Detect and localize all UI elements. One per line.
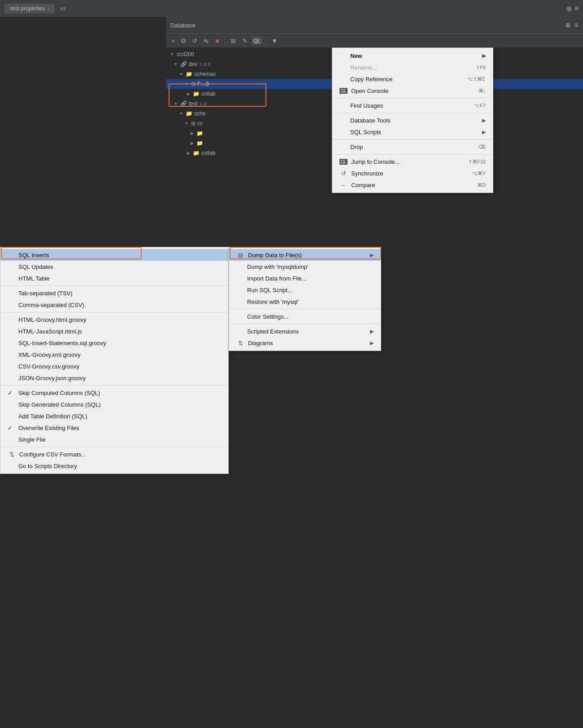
csv-groovy-label: CSV-Groovy.csv.groovy (18, 363, 79, 370)
sync-button[interactable]: ⇆ (202, 36, 211, 45)
drop-label: Drop (350, 144, 363, 150)
menu-item-dump-mysqldump[interactable]: Dump with 'mysqldump' (229, 261, 381, 272)
close-icon[interactable]: × (48, 6, 50, 11)
db-menu-icon[interactable]: ≡ (574, 21, 579, 29)
menu-item-tsv[interactable]: Tab-separated (TSV) (0, 287, 228, 299)
menu-item-diagrams[interactable]: ⇅ Diagrams ▶ (229, 337, 381, 349)
menu-item-open-console[interactable]: QL Open Console ⌘↓ (332, 85, 493, 96)
jump-console-shortcut: ⇧⌘F10 (468, 159, 486, 165)
overwrite-files-check: ✓ (8, 425, 15, 431)
menu-item-compare[interactable]: ← Compare ⌘D (332, 179, 493, 191)
dump-data-icon: ▤ (236, 252, 244, 259)
menu-item-copy-ref[interactable]: Copy Reference ⌥⇧⌘C (332, 73, 493, 85)
rename-label: Rename... (350, 64, 377, 71)
globe-icon[interactable]: ⊕ (566, 4, 572, 13)
menu-item-csv-groovy[interactable]: CSV-Groovy.csv.groovy (0, 360, 228, 372)
json-groovy-label: JSON-Groovy.json.groovy (18, 375, 86, 382)
dev-icon: 🔗 (180, 61, 187, 67)
menu-item-run-sql[interactable]: Run SQL Script... (229, 284, 381, 296)
menu-item-restore-mysql[interactable]: Restore with 'mysql' (229, 296, 381, 307)
sep2 (332, 113, 493, 113)
menu-item-go-to-scripts[interactable]: Go to Scripts Directory (0, 460, 228, 472)
refresh-button[interactable]: ↺ (190, 36, 199, 45)
file-tab[interactable]: -test.properties × (4, 4, 55, 13)
synchronize-label: Synchronize (351, 170, 383, 177)
menu-item-new[interactable]: New ▶ (332, 50, 493, 61)
scripted-ext-arrow: ▶ (370, 329, 374, 334)
menu-item-single-file[interactable]: Single File (0, 434, 228, 445)
sql-updates-label: SQL Updates (18, 263, 53, 270)
configure-csv-icon: ⇅ (8, 451, 16, 458)
skip-generated-label: Skip Generated Columns (SQL) (18, 401, 101, 408)
left-sep2 (0, 312, 228, 312)
rename-shortcut: ⇧F6 (476, 65, 486, 70)
dump-mysqldump-label: Dump with 'mysqldump' (247, 263, 308, 270)
menu-item-find-usages[interactable]: Find Usages ⌥F7 (332, 100, 493, 111)
database-header: Database ⊕ ≡ (166, 17, 583, 33)
new-label: New (350, 53, 362, 59)
db-header-icons: ⊕ ≡ (565, 21, 579, 29)
menu-item-add-table-def[interactable]: Add Table Definition (SQL) (0, 410, 228, 422)
menu-item-sql-updates[interactable]: SQL Updates (0, 261, 228, 272)
overwrite-files-label: Overwrite Existing Files (18, 425, 79, 431)
grid-button[interactable]: ⊞ (229, 36, 238, 45)
menu-item-html-groovy[interactable]: HTML-Groovy.html.groovy (0, 314, 228, 325)
dev-badge: 1 of 8 (199, 62, 210, 67)
open-console-label: Open Console (351, 88, 388, 94)
diagrams-label: Diagrams (248, 340, 273, 346)
stop-button[interactable]: ■ (213, 36, 221, 45)
menu-item-rename[interactable]: Rename... ⇧F6 (332, 61, 493, 73)
db-toolbar: + ⧉ ↺ ⇆ ■ ⊞ ✎ QL ▼ (166, 33, 583, 48)
go-to-scripts-label: Go to Scripts Directory (18, 463, 77, 469)
left-sep1 (0, 285, 228, 286)
menu-item-sql-inserts[interactable]: SQL Inserts (0, 249, 228, 261)
menu-item-synchronize[interactable]: ↺ Synchronize ⌥⌘Y (332, 167, 493, 179)
menu-item-skip-generated[interactable]: Skip Generated Columns (SQL) (0, 399, 228, 410)
new-arrow: ▶ (482, 53, 486, 59)
menu-item-skip-computed[interactable]: ✓ Skip Computed Columns (SQL) (0, 387, 228, 399)
html-groovy-label: HTML-Groovy.html.groovy (18, 316, 86, 323)
db-globe-icon[interactable]: ⊕ (565, 21, 571, 29)
menu-item-scripted-ext[interactable]: Scripted Extensions ▶ (229, 325, 381, 337)
xml-groovy-label: XML-Groovy.xml.groovy (18, 351, 80, 358)
menu-item-html-table[interactable]: HTML Table (0, 272, 228, 284)
dump-submenu: ▤ Dump Data to File(s) ▶ Dump with 'mysq… (229, 247, 381, 351)
top-bar: -test.properties × ≡3 ⊕ ≡ (0, 0, 583, 17)
menu-item-overwrite-files[interactable]: ✓ Overwrite Existing Files (0, 422, 228, 434)
compare-shortcut: ⌘D (477, 182, 486, 188)
collab2-arrow: ▶ (186, 151, 191, 155)
tsv-label: Tab-separated (TSV) (18, 290, 73, 297)
menu-icon[interactable]: ≡ (574, 4, 579, 13)
schemas-label: schemas (194, 71, 216, 77)
edit-button[interactable]: ✎ (240, 36, 249, 45)
menu-item-csv[interactable]: Comma-separated (CSV) (0, 299, 228, 311)
menu-item-sql-scripts[interactable]: SQL Scripts ▶ (332, 126, 493, 138)
restore-mysql-label: Restore with 'mysql' (247, 298, 299, 305)
menu-item-json-groovy[interactable]: JSON-Groovy.json.groovy (0, 372, 228, 384)
dump-sep1 (229, 309, 381, 309)
menu-item-sql-insert-groovy[interactable]: SQL-Insert-Statements.sql.groovy (0, 337, 228, 349)
single-file-label: Single File (18, 436, 46, 443)
menu-item-drop[interactable]: Drop ⌫ (332, 141, 493, 153)
menu-item-color-settings[interactable]: Color Settings... (229, 311, 381, 322)
import-data-label: Import Data from File... (247, 275, 307, 282)
tab-badge: ≡3 (60, 6, 66, 11)
cc-arrow: ▼ (184, 121, 189, 126)
menu-item-xml-groovy[interactable]: XML-Groovy.xml.groovy (0, 349, 228, 360)
menu-item-dump-data[interactable]: ▤ Dump Data to File(s) ▶ (229, 249, 381, 261)
branch-arrow: ▼ (170, 52, 175, 57)
menu-item-html-js[interactable]: HTML-JavaScript.html.js (0, 325, 228, 337)
schemas-arrow: ▼ (178, 72, 184, 76)
menu-item-configure-csv[interactable]: ⇅ Configure CSV Formats... (0, 448, 228, 460)
context-menu: New ▶ Rename... ⇧F6 Copy Reference ⌥⇧⌘C … (332, 48, 493, 193)
menu-item-jump-console[interactable]: QL Jump to Console... ⇧⌘F10 (332, 156, 493, 167)
sql-scripts-label: SQL Scripts (350, 129, 381, 136)
add-button[interactable]: + (170, 36, 177, 45)
sub2-folder-icon: 📁 (196, 140, 203, 146)
copy-button[interactable]: ⧉ (179, 36, 187, 45)
menu-item-db-tools[interactable]: Database Tools ▶ (332, 114, 493, 126)
ql-button[interactable]: QL (252, 37, 262, 44)
menu-item-import-data[interactable]: Import Data from File... (229, 272, 381, 284)
sche-folder-icon: 📁 (186, 110, 192, 117)
filter-button[interactable]: ▼ (270, 36, 279, 45)
